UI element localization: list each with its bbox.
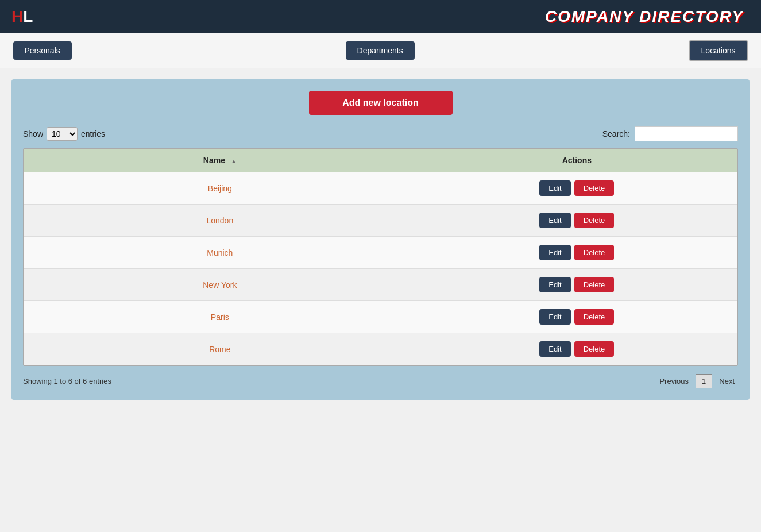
- main-content: Add new location Show 10 25 50 100 entri…: [0, 68, 761, 411]
- page-1-button[interactable]: 1: [696, 374, 712, 388]
- location-name: New York: [203, 280, 237, 290]
- table-row: Beijing Edit Delete: [24, 172, 737, 205]
- search-label: Search:: [602, 129, 630, 138]
- logo-l: L: [23, 7, 33, 25]
- table-row: Munich Edit Delete: [24, 237, 737, 269]
- table-row: New York Edit Delete: [24, 269, 737, 301]
- delete-button[interactable]: Delete: [574, 309, 615, 325]
- nav-locations-button[interactable]: Locations: [689, 40, 748, 61]
- entries-label: entries: [81, 129, 105, 138]
- header: HL COMPANY DIRECTORY: [0, 0, 761, 33]
- col-actions-header: Actions: [416, 149, 737, 172]
- nav-bar: Personals Departments Locations: [0, 33, 761, 68]
- locations-table: Name ▲ Actions Beijing Edit Delete: [24, 149, 737, 365]
- actions-cell: Edit Delete: [416, 269, 737, 301]
- table-row: Paris Edit Delete: [24, 301, 737, 333]
- prev-page-button[interactable]: Previous: [656, 376, 692, 387]
- location-name-cell: New York: [24, 269, 416, 301]
- delete-button[interactable]: Delete: [574, 341, 615, 357]
- search-input[interactable]: [635, 126, 738, 141]
- sort-arrow-icon[interactable]: ▲: [231, 158, 237, 164]
- location-name-cell: Beijing: [24, 172, 416, 205]
- next-page-button[interactable]: Next: [716, 376, 738, 387]
- location-name: Beijing: [208, 184, 232, 193]
- actions-cell: Edit Delete: [416, 301, 737, 333]
- edit-button[interactable]: Edit: [539, 277, 570, 292]
- show-label: Show: [23, 129, 43, 138]
- pagination: Previous 1 Next: [656, 374, 738, 388]
- edit-button[interactable]: Edit: [539, 245, 570, 260]
- actions-cell: Edit Delete: [416, 205, 737, 237]
- location-name: Munich: [207, 248, 233, 257]
- edit-button[interactable]: Edit: [539, 341, 570, 357]
- col-name-header: Name ▲: [24, 149, 416, 172]
- edit-button[interactable]: Edit: [539, 213, 570, 228]
- delete-button[interactable]: Delete: [574, 180, 615, 196]
- delete-button[interactable]: Delete: [574, 213, 615, 228]
- location-name: London: [206, 216, 233, 225]
- location-name-cell: Munich: [24, 237, 416, 269]
- footer-row: Showing 1 to 6 of 6 entries Previous 1 N…: [23, 374, 738, 388]
- add-location-button[interactable]: Add new location: [309, 91, 453, 115]
- location-name-cell: Rome: [24, 333, 416, 365]
- actions-cell: Edit Delete: [416, 172, 737, 205]
- location-name-cell: London: [24, 205, 416, 237]
- table-row: London Edit Delete: [24, 205, 737, 237]
- table-body: Beijing Edit Delete London Edit Delete M…: [24, 172, 737, 365]
- locations-table-wrap: Name ▲ Actions Beijing Edit Delete: [23, 148, 738, 366]
- nav-departments-button[interactable]: Departments: [346, 41, 415, 60]
- location-name-cell: Paris: [24, 301, 416, 333]
- table-header-row: Name ▲ Actions: [24, 149, 737, 172]
- content-box: Add new location Show 10 25 50 100 entri…: [11, 79, 750, 400]
- actions-cell: Edit Delete: [416, 237, 737, 269]
- delete-button[interactable]: Delete: [574, 277, 615, 292]
- edit-button[interactable]: Edit: [539, 180, 570, 196]
- actions-cell: Edit Delete: [416, 333, 737, 365]
- showing-text: Showing 1 to 6 of 6 entries: [23, 377, 111, 385]
- search-row: Search:: [602, 126, 738, 141]
- app-title: COMPANY DIRECTORY: [545, 7, 744, 26]
- edit-button[interactable]: Edit: [539, 309, 570, 325]
- location-name: Rome: [209, 345, 230, 354]
- show-entries-control: Show 10 25 50 100 entries: [23, 127, 105, 141]
- entries-select[interactable]: 10 25 50 100: [47, 127, 78, 141]
- table-row: Rome Edit Delete: [24, 333, 737, 365]
- logo: HL: [11, 7, 33, 26]
- delete-button[interactable]: Delete: [574, 245, 615, 260]
- add-button-row: Add new location: [23, 91, 738, 115]
- location-name: Paris: [211, 313, 229, 322]
- controls-row: Show 10 25 50 100 entries Search:: [23, 126, 738, 141]
- logo-h: H: [11, 7, 23, 25]
- nav-personals-button[interactable]: Personals: [13, 41, 72, 60]
